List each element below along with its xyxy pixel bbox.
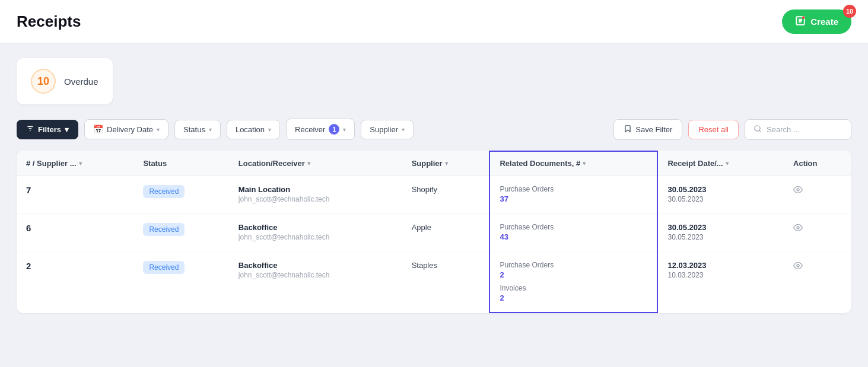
col-location-chevron-icon: ▾ <box>307 160 310 167</box>
col-supplier: Supplier ▾ <box>402 151 490 175</box>
col-receipt-date-chevron-icon: ▾ <box>726 160 729 167</box>
doc-group: Purchase Orders 2 <box>500 261 647 279</box>
save-filter-button[interactable]: Save Filter <box>613 119 682 140</box>
doc-type: Purchase Orders <box>500 261 647 269</box>
status-label: Status <box>183 125 205 134</box>
table-row: 6 Received Backoffice john_scott@technah… <box>17 213 851 251</box>
doc-number[interactable]: 43 <box>500 232 647 241</box>
cell-action <box>784 175 851 213</box>
supplier-filter-label: Supplier <box>370 125 398 134</box>
location-name: Backoffice <box>239 223 393 232</box>
status-badge: Received <box>143 223 185 236</box>
supplier-filter[interactable]: Supplier ▾ <box>361 120 414 139</box>
location-name: Backoffice <box>239 261 393 270</box>
doc-number[interactable]: 2 <box>500 270 647 279</box>
doc-type: Purchase Orders <box>500 223 647 231</box>
cell-related-docs: Purchase Orders 2 Invoices 2 <box>489 251 657 313</box>
svg-point-5 <box>755 125 760 130</box>
col-related-documents: Related Documents, # ▾ <box>489 151 657 175</box>
filters-bar: Filters ▾ 📅 Delivery Date ▾ Status ▾ Loc… <box>17 119 851 140</box>
cell-receipt-date: 30.05.2023 30.05.2023 <box>657 213 784 251</box>
create-button[interactable]: Create 10 <box>782 9 851 34</box>
table-row: 2 Received Backoffice john_scott@technah… <box>17 251 851 313</box>
receipt-date-sub: 30.05.2023 <box>667 233 774 241</box>
col-status: Status <box>133 151 228 175</box>
calendar-icon: 📅 <box>93 125 103 134</box>
cell-status: Received <box>133 213 228 251</box>
receipt-date-bold: 30.05.2023 <box>667 185 774 194</box>
save-filter-label: Save Filter <box>635 125 672 134</box>
filters-right: Save Filter Reset all Search ... <box>613 119 851 140</box>
doc-type: Invoices <box>500 284 647 292</box>
location-chevron-icon: ▾ <box>268 126 271 133</box>
col-supplier-chevron-icon: ▾ <box>445 160 448 167</box>
create-icon <box>795 15 806 28</box>
location-label: Location <box>236 125 265 134</box>
view-icon[interactable] <box>793 262 803 272</box>
receiver-chevron-icon: ▾ <box>343 126 346 133</box>
doc-group: Purchase Orders 43 <box>500 223 647 241</box>
row-number: 7 <box>26 185 31 195</box>
col-action: Action <box>784 151 851 175</box>
receiver-label: Receiver <box>295 125 325 134</box>
doc-number[interactable]: 2 <box>500 293 647 302</box>
col-related-docs-chevron-icon: ▾ <box>583 160 586 167</box>
search-placeholder: Search ... <box>767 125 800 134</box>
cell-action <box>784 251 851 313</box>
supplier-name: Staples <box>412 261 437 270</box>
location-email: john_scott@technaholic.tech <box>239 233 393 241</box>
col-number-chevron-icon: ▾ <box>79 160 82 167</box>
location-filter[interactable]: Location ▾ <box>227 120 280 139</box>
row-number: 6 <box>26 223 31 233</box>
create-label: Create <box>810 17 838 27</box>
cell-supplier: Apple <box>402 213 490 251</box>
cell-number: 6 <box>17 213 133 251</box>
receipt-date-sub: 30.05.2023 <box>667 195 774 203</box>
svg-line-6 <box>759 130 761 132</box>
receiver-filter-badge: 1 <box>329 124 339 135</box>
filters-chevron-icon: ▾ <box>65 125 69 134</box>
overdue-count: 10 <box>31 69 56 94</box>
receipt-date-bold: 30.05.2023 <box>667 223 774 232</box>
search-icon <box>753 125 762 135</box>
cell-status: Received <box>133 175 228 213</box>
doc-number[interactable]: 37 <box>500 194 647 203</box>
cell-number: 7 <box>17 175 133 213</box>
search-box[interactable]: Search ... <box>745 119 851 140</box>
status-badge: Received <box>143 261 185 274</box>
filters-label: Filters <box>38 125 61 134</box>
page-title: Receipts <box>17 12 81 31</box>
overdue-card: 10 Overdue <box>17 58 113 104</box>
doc-group: Invoices 2 <box>500 284 647 302</box>
filter-icon <box>26 125 34 135</box>
main-content: 10 Overdue Filters ▾ 📅 Delivery Date ▾ S… <box>0 44 868 327</box>
receiver-filter[interactable]: Receiver 1 ▾ <box>286 119 355 140</box>
cell-related-docs: Purchase Orders 37 <box>489 175 657 213</box>
cell-action <box>784 213 851 251</box>
cell-location: Main Location john_scott@technaholic.tec… <box>229 175 402 213</box>
filters-button[interactable]: Filters ▾ <box>17 120 78 139</box>
location-email: john_scott@technaholic.tech <box>239 195 393 203</box>
delivery-date-filter[interactable]: 📅 Delivery Date ▾ <box>84 119 168 139</box>
status-filter[interactable]: Status ▾ <box>174 120 221 139</box>
location-email: john_scott@technaholic.tech <box>239 271 393 279</box>
overdue-label: Overdue <box>64 76 98 87</box>
svg-point-8 <box>797 226 799 229</box>
reset-all-label: Reset all <box>698 125 729 134</box>
supplier-name: Shopify <box>412 185 437 194</box>
status-chevron-icon: ▾ <box>209 126 212 133</box>
view-icon[interactable] <box>793 224 803 234</box>
cell-location: Backoffice john_scott@technaholic.tech <box>229 213 402 251</box>
receipts-table: # / Supplier ... ▾ Status Location/Recei… <box>17 151 851 313</box>
cell-supplier: Staples <box>402 251 490 313</box>
table-row: 7 Received Main Location john_scott@tech… <box>17 175 851 213</box>
view-icon[interactable] <box>793 186 803 196</box>
reset-all-button[interactable]: Reset all <box>688 120 739 139</box>
col-location-receiver: Location/Receiver ▾ <box>229 151 402 175</box>
doc-type: Purchase Orders <box>500 185 647 193</box>
cell-status: Received <box>133 251 228 313</box>
delivery-date-label: Delivery Date <box>107 125 153 134</box>
cell-receipt-date: 30.05.2023 30.05.2023 <box>657 175 784 213</box>
cell-location: Backoffice john_scott@technaholic.tech <box>229 251 402 313</box>
receipt-date-bold: 12.03.2023 <box>667 261 774 270</box>
